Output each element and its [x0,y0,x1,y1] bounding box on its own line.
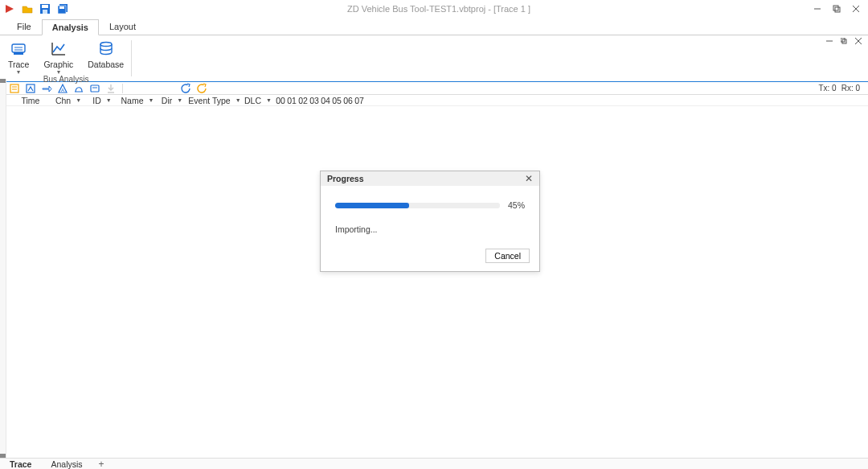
svg-rect-2 [43,10,47,14]
svg-rect-23 [10,84,18,93]
gutter-handle-top[interactable] [0,79,6,83]
database-icon [97,40,115,58]
svg-point-22 [100,43,112,47]
progress-percent: 45% [508,200,525,210]
column-header-time[interactable]: Time [10,96,51,105]
dialog-close-icon[interactable]: ✕ [525,173,533,184]
svg-rect-7 [833,6,838,10]
app-icon [3,2,16,15]
column-header-01[interactable]: 01 [286,96,297,105]
save-icon[interactable] [39,2,51,15]
dropdown-icon[interactable]: ▼ [266,97,272,103]
rx-count: Rx: 0 [841,84,860,93]
column-header-00[interactable]: 00 [275,96,286,105]
column-header-07[interactable]: 07 [354,96,365,105]
child-close-button[interactable] [852,35,865,47]
database-label: Database [88,60,124,69]
maximize-button[interactable] [828,2,845,16]
column-header-id[interactable]: ID▼ [85,96,119,105]
toolbar-separator [122,84,123,93]
column-header-dir[interactable]: Dir▼ [156,96,188,105]
trace-grid[interactable] [6,106,868,458]
refresh-alt-icon[interactable] [195,82,208,95]
dropdown-icon[interactable]: ▼ [149,97,154,103]
bottom-tab-analysis[interactable]: Analysis [41,459,92,470]
refresh-icon[interactable] [179,82,192,95]
child-minimize-button[interactable] [823,35,836,47]
database-button[interactable]: Database [88,37,124,75]
svg-rect-26 [27,84,35,93]
tool-icon-2[interactable] [24,82,37,95]
minimize-button[interactable] [809,2,826,16]
column-header-02[interactable]: 02 [297,96,309,105]
column-header-name[interactable]: Name▼ [119,96,156,105]
svg-rect-16 [12,44,25,52]
tool-icon-6[interactable] [88,82,101,95]
graphic-icon [50,40,68,58]
cancel-button[interactable]: Cancel [485,249,530,263]
column-header-03[interactable]: 03 [309,96,320,105]
tool-icon-7[interactable] [104,82,117,95]
window-title: ZD Vehicle Bus Tool-TEST1.vbtproj - [Tra… [69,4,809,14]
add-tab-button[interactable]: + [92,459,111,470]
tool-icon-1[interactable] [8,82,21,95]
column-header-dlc[interactable]: DLC▼ [241,96,275,105]
ribbon-group-label: Bus Analysis [43,75,89,84]
tab-file[interactable]: File [6,19,42,35]
dropdown-icon[interactable]: ▼ [76,97,81,103]
svg-rect-29 [91,85,99,92]
svg-rect-5 [59,6,64,9]
dropdown-icon[interactable]: ▼ [235,97,241,103]
save-all-icon[interactable] [56,2,69,15]
tab-layout[interactable]: Layout [99,19,146,35]
open-icon[interactable] [21,2,34,15]
tab-analysis[interactable]: Analysis [42,19,99,35]
svg-rect-8 [835,7,840,12]
column-header-04[interactable]: 04 [320,96,331,105]
bottom-tab-trace[interactable]: Trace [0,459,41,470]
dialog-title: Progress [327,174,364,183]
close-button[interactable] [847,2,865,16]
progress-fill [335,203,409,208]
column-header-06[interactable]: 06 [342,96,354,105]
progress-bar [335,203,500,208]
graphic-button[interactable]: Graphic ▾ [43,37,73,75]
column-header-chn[interactable]: Chn▼ [51,96,85,105]
progress-status: Importing... [335,224,525,234]
svg-rect-1 [42,5,48,8]
dropdown-icon[interactable]: ▼ [177,97,182,103]
svg-text:A: A [61,88,64,93]
tx-count: Tx: 0 [818,84,836,93]
trace-button[interactable]: Trace ▾ [8,37,29,75]
column-header-event-type[interactable]: Event Type▼ [188,96,241,105]
svg-rect-17 [14,52,23,55]
dropdown-icon[interactable]: ▼ [106,97,112,103]
chevron-down-icon: ▾ [17,70,20,75]
child-restore-button[interactable] [837,35,850,47]
progress-dialog: Progress ✕ 45% Importing... Cancel [320,171,540,272]
column-header-05[interactable]: 05 [331,96,342,105]
trace-icon [10,40,27,58]
